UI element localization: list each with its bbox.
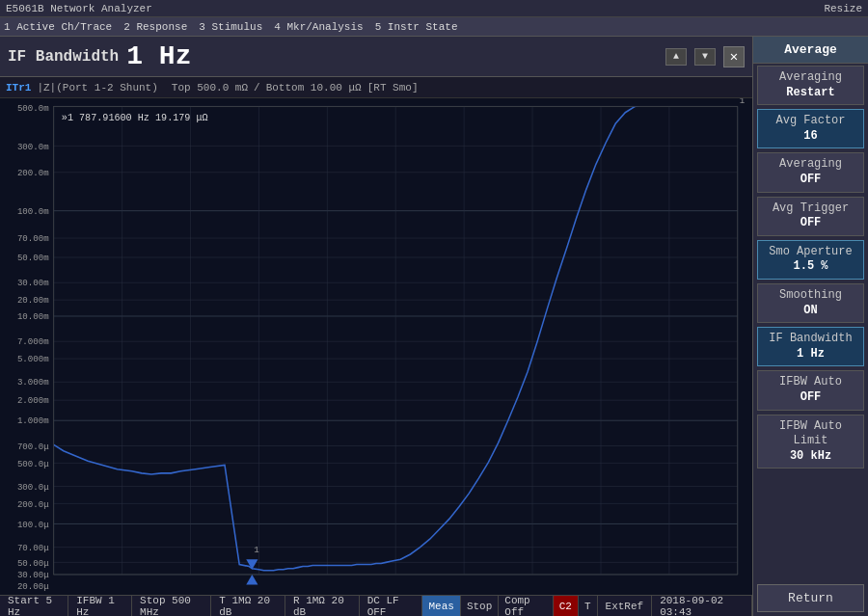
svg-text:5.000m: 5.000m [17,354,49,364]
ifbw-limit-line2: 30 kHz [760,449,861,465]
svg-text:50.00μ: 50.00μ [17,557,49,568]
trace-info-bar: ITr1 |Z|(Port 1-2 Shunt) Top 500.0 mΩ / … [0,77,752,98]
averaging-button[interactable]: Averaging OFF [757,152,864,192]
chart-container: 500.0m 300.0m 200.0m 100.0m 70.00m 50.00… [0,98,752,595]
svg-text:20.00μ: 20.00μ [17,581,49,592]
if-bandwidth-line1: IF Bandwidth [760,332,861,347]
resistance1: T 1MΩ 20 dB [211,596,285,616]
trace-top: Top 500.0 mΩ [172,82,248,94]
ext-ref: ExtRef [598,596,653,616]
svg-text:200.0μ: 200.0μ [17,498,49,509]
smoothing-line1: Smoothing [760,288,861,304]
start-freq: Start 5 Hz [0,596,68,616]
comp-off[interactable]: Comp Off [499,596,553,616]
if-bandwidth-value: 1 Hz [126,41,658,71]
avg-factor-button[interactable]: Avg Factor 16 [757,109,864,148]
svg-text:500.0μ: 500.0μ [17,458,49,469]
svg-text:70.00m: 70.00m [17,233,49,244]
smoothing-line2: ON [760,304,861,319]
svg-text:3.000m: 3.000m [17,377,49,388]
if-bandwidth-label: IF Bandwidth [8,48,119,66]
trace-mode: [RT Smo] [367,82,419,94]
svg-text:7.000m: 7.000m [17,336,49,347]
right-spacer [753,470,868,580]
if-bandwidth-line2: 1 Hz [760,347,861,362]
svg-text:500.0m: 500.0m [17,102,49,113]
svg-text:70.00μ: 70.00μ [17,543,49,553]
if-bandwidth-header: IF Bandwidth 1 Hz ▲ ▼ ✕ [0,37,752,77]
trace-type: |Z|(Port 1-2 Shunt) [37,82,157,94]
avg-trigger-button[interactable]: Avg Trigger OFF [757,197,864,236]
t-button[interactable]: T [579,596,598,616]
svg-text:300.0m: 300.0m [17,141,49,151]
averaging-line2: OFF [760,173,861,188]
avg-factor-line2: 16 [760,129,861,145]
menu-stimulus[interactable]: 3 Stimulus [199,21,262,33]
smo-aperture-line2: 1.5 % [760,259,861,275]
right-panel: Average Averaging Restart Avg Factor 16 … [752,37,868,616]
ifbw-auto-button[interactable]: IFBW Auto OFF [757,370,864,410]
avg-restart-line1: Averaging [760,70,861,86]
title-bar: E5061B Network Analyzer Resize [0,0,868,17]
svg-text:2.000m: 2.000m [17,395,49,406]
if-bandwidth-button[interactable]: IF Bandwidth 1 Hz [757,327,864,366]
stop-freq: Stop 500 MHz [132,596,211,616]
svg-text:100.0m: 100.0m [17,206,49,217]
smo-aperture-line1: Smo Aperture [760,245,861,260]
chart-panel: IF Bandwidth 1 Hz ▲ ▼ ✕ ITr1 |Z|(Port 1-… [0,37,752,616]
svg-text:1: 1 [254,545,259,555]
c2-button[interactable]: C2 [554,596,579,616]
chart-svg: 500.0m 300.0m 200.0m 100.0m 70.00m 50.00… [0,98,752,595]
svg-text:1: 1 [740,98,746,106]
ifbw-limit-line1: IFBW Auto Limit [760,419,861,449]
ifbw-limit-button[interactable]: IFBW Auto Limit 30 kHz [757,415,864,469]
avg-trigger-line1: Avg Trigger [760,201,861,217]
decrement-button[interactable]: ▼ [694,48,716,66]
menu-instr-state[interactable]: 5 Instr State [375,21,458,33]
ifbw-auto-line1: IFBW Auto [760,375,861,390]
svg-text:300.0μ: 300.0μ [17,482,49,493]
avg-factor-line1: Avg Factor [760,114,861,129]
avg-restart-line2: Restart [760,86,861,101]
right-panel-header: Average [753,37,868,64]
ifbw-auto-line2: OFF [760,390,861,406]
menu-response[interactable]: 2 Response [123,21,187,33]
svg-text:30.00m: 30.00m [17,278,49,288]
svg-text:1.000m: 1.000m [17,415,49,426]
svg-text:700.0μ: 700.0μ [17,442,49,452]
close-button[interactable]: ✕ [723,46,745,67]
main-layout: IF Bandwidth 1 Hz ▲ ▼ ✕ ITr1 |Z|(Port 1-… [0,37,868,616]
averaging-line1: Averaging [760,157,861,173]
return-button[interactable]: Return [757,584,864,612]
ifbw-status: IFBW 1 Hz [68,596,132,616]
svg-text:20.00m: 20.00m [17,295,49,306]
menu-bar: 1 Active Ch/Trace 2 Response 3 Stimulus … [0,17,868,37]
menu-mkr-analysis[interactable]: 4 Mkr/Analysis [274,21,363,33]
svg-text:»1   787.91600 Hz   19.179 μΩ: »1 787.91600 Hz 19.179 μΩ [62,112,208,123]
smo-aperture-button[interactable]: Smo Aperture 1.5 % [757,240,864,280]
trace-separator: / [254,82,260,94]
svg-text:10.00m: 10.00m [17,311,49,322]
svg-text:100.0μ: 100.0μ [17,519,49,529]
avg-restart-button[interactable]: Averaging Restart [757,66,864,105]
svg-text:30.00μ: 30.00μ [17,570,49,580]
svg-text:50.00m: 50.00m [17,253,49,263]
app-title: E5061B Network Analyzer [6,3,824,14]
menu-active-trace[interactable]: 1 Active Ch/Trace [4,21,112,33]
trace-id: ITr1 [6,82,31,94]
avg-trigger-line2: OFF [760,216,861,231]
svg-rect-0 [0,98,752,595]
resize-button[interactable]: Resize [824,3,862,14]
resistance2: R 1MΩ 20 dB [285,596,360,616]
datetime: 2018-09-02 03:43 [652,596,752,616]
increment-button[interactable]: ▲ [665,48,687,66]
trace-bottom: Bottom 10.00 μΩ [266,82,362,94]
stop-button[interactable]: Stop [461,596,499,616]
bottom-status-bar: Start 5 Hz IFBW 1 Hz Stop 500 MHz T 1MΩ … [0,595,752,616]
smoothing-button[interactable]: Smoothing ON [757,283,864,323]
dc-status: DC LF OFF [360,596,423,616]
svg-text:200.0m: 200.0m [17,168,49,178]
meas-button[interactable]: Meas [422,596,460,616]
